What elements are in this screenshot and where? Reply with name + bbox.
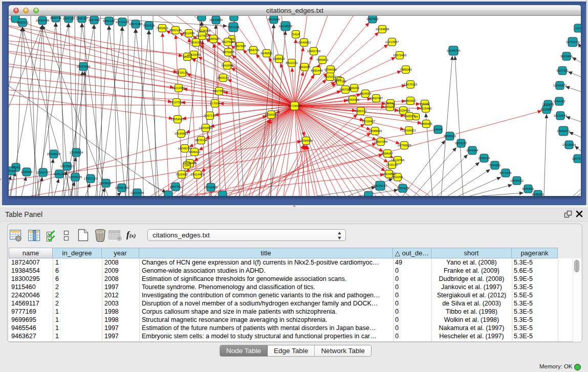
svg-text:1244413: 1244413 [553,100,565,103]
svg-text:946362: 946362 [420,102,430,105]
svg-text:3875685: 3875685 [222,51,234,54]
svg-text:8471676: 8471676 [499,171,512,174]
svg-text:8186328: 8186328 [207,37,220,40]
svg-text:10807487: 10807487 [369,97,383,100]
svg-text:1065328: 1065328 [62,17,75,20]
svg-text:19166829: 19166829 [175,132,188,135]
svg-text:8215955: 8215955 [540,108,553,111]
svg-text:8660124: 8660124 [169,29,182,32]
svg-text:8878314: 8878314 [195,139,207,142]
svg-text:8990448: 8990448 [311,69,323,72]
svg-text:62160: 62160 [386,102,395,105]
svg-text:7625402: 7625402 [176,173,188,176]
svg-text:1167533: 1167533 [572,157,581,160]
svg-text:7632621: 7632621 [489,164,501,167]
svg-text:217006: 217006 [210,102,221,105]
svg-text:7663822: 7663822 [156,27,168,30]
svg-text:8912956: 8912956 [183,32,195,35]
svg-text:3267130: 3267130 [204,114,216,117]
svg-text:16107552: 16107552 [170,101,184,104]
svg-text:9327503: 9327503 [196,34,208,37]
svg-text:15720407: 15720407 [362,120,376,123]
svg-text:1615132: 1615132 [386,163,398,166]
svg-text:8427552: 8427552 [213,90,225,93]
svg-text:10958107: 10958107 [99,182,113,185]
svg-text:9245653: 9245653 [532,193,544,196]
svg-text:12942737: 12942737 [36,171,50,174]
svg-text:18226058: 18226058 [197,29,211,32]
svg-text:14404: 14404 [434,128,443,131]
svg-text:19654925: 19654925 [171,118,185,121]
svg-text:17016504: 17016504 [562,143,576,146]
svg-text:19384554: 19384554 [299,139,313,142]
svg-text:12975115: 12975115 [404,83,418,86]
svg-text:1220455: 1220455 [542,103,554,106]
svg-text:16210643: 16210643 [554,114,568,117]
svg-text:6466160: 6466160 [103,19,115,23]
svg-text:7515526: 7515526 [143,24,155,27]
svg-text:9146821: 9146821 [260,52,273,55]
svg-text:6794028: 6794028 [324,68,337,71]
svg-text:9327508: 9327508 [222,40,234,43]
svg-text:9227342: 9227342 [556,69,569,72]
svg-text:20691406: 20691406 [36,19,50,22]
svg-text:5419: 5419 [292,33,299,36]
svg-text:16648764: 16648764 [447,49,461,52]
svg-text:10973493: 10973493 [393,54,407,57]
svg-text:19756928: 19756928 [398,144,411,147]
svg-text:6879197: 6879197 [455,142,467,145]
svg-text:12505135: 12505135 [69,176,82,179]
svg-text:15716485: 15716485 [204,186,218,189]
svg-text:12213967: 12213967 [385,40,399,43]
svg-text:10025438: 10025438 [397,109,410,112]
svg-text:8813054: 8813054 [268,18,280,21]
svg-text:6497568: 6497568 [339,88,352,91]
svg-text:1145194: 1145194 [54,172,66,176]
svg-text:54: 54 [415,115,418,118]
svg-text:39154: 39154 [9,169,16,172]
svg-text:1621072: 1621072 [324,75,336,78]
svg-text:12093872: 12093872 [553,84,567,87]
svg-text:9084067: 9084067 [381,152,394,155]
svg-text:2718176: 2718176 [176,71,188,74]
svg-text:1527602: 1527602 [88,18,100,21]
svg-text:1562615: 1562615 [298,65,311,69]
svg-text:1065327: 1065327 [76,17,88,20]
svg-text:15692971: 15692971 [557,129,571,133]
svg-text:7955812: 7955812 [316,58,329,61]
svg-text:17957223: 17957223 [84,177,98,180]
svg-text:1902711: 1902711 [50,16,62,19]
svg-text:18300295: 18300295 [265,113,278,116]
svg-text:16033809: 16033809 [209,18,223,21]
svg-text:85061: 85061 [12,166,20,169]
svg-text:7386372: 7386372 [355,110,367,113]
svg-text:4498222: 4498222 [188,150,201,154]
svg-text:3824514: 3824514 [359,92,372,95]
svg-text:20364436: 20364436 [346,98,360,101]
svg-text:20206526: 20206526 [47,152,61,156]
svg-text:2803144: 2803144 [217,76,229,79]
svg-text:9777169: 9777169 [334,80,346,83]
svg-text:2935114: 2935114 [478,157,491,160]
svg-text:16782759: 16782759 [115,186,129,189]
svg-text:16914479: 16914479 [191,173,205,176]
svg-text:7485063: 7485063 [400,68,412,71]
svg-text:20053346: 20053346 [77,65,91,68]
svg-text:8822013: 8822013 [286,61,298,64]
svg-text:15751074: 15751074 [566,40,580,43]
svg-text:98901: 98901 [183,55,192,58]
svg-text:7357224: 7357224 [227,26,239,29]
svg-text:16671365: 16671365 [129,23,143,26]
svg-text:10654112: 10654112 [510,179,524,182]
svg-text:9899695: 9899695 [420,122,432,125]
svg-text:18724007: 18724007 [288,104,301,107]
svg-text:9463627: 9463627 [404,99,417,102]
svg-text:17359924: 17359924 [70,151,83,154]
svg-text:10543382: 10543382 [189,41,203,44]
svg-text:16154808: 16154808 [376,28,389,31]
svg-text:154: 154 [184,164,190,167]
svg-text:8454749: 8454749 [247,49,259,52]
svg-text:13353594: 13353594 [199,126,213,129]
svg-text:18807249: 18807249 [374,140,388,143]
svg-text:252254: 252254 [393,176,403,179]
